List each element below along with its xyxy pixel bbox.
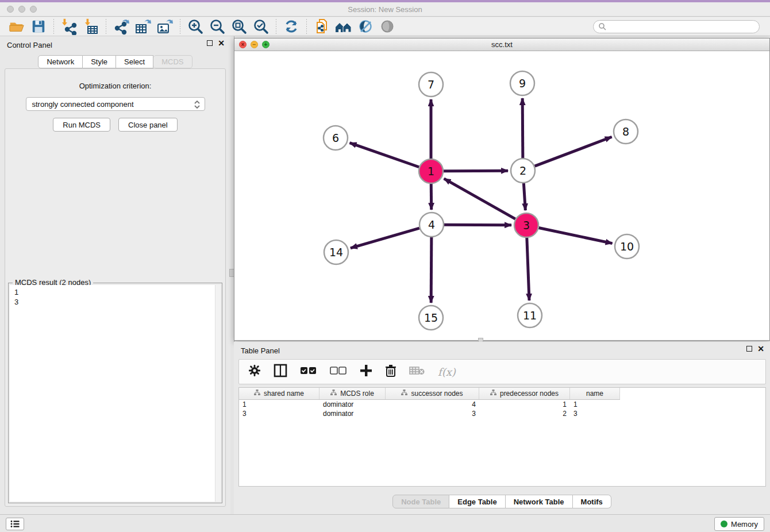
edge-4-15[interactable] xyxy=(431,237,432,303)
edge-4-3[interactable] xyxy=(444,225,511,225)
zoom-fit-button[interactable] xyxy=(228,18,250,35)
export-network-button[interactable] xyxy=(110,18,132,35)
node-11[interactable]: 11 xyxy=(518,303,542,327)
node-10[interactable]: 10 xyxy=(615,234,639,259)
tab-style[interactable]: Style xyxy=(83,55,116,68)
close-table-panel-icon[interactable]: ✕ xyxy=(757,346,764,352)
zoom-out-button[interactable] xyxy=(206,18,228,35)
column-header-MCDS-role[interactable]: MCDS role xyxy=(319,388,386,399)
table-row[interactable]: 3dominator323 xyxy=(239,409,765,418)
node-7[interactable]: 7 xyxy=(419,72,443,97)
edge-2-9[interactable] xyxy=(522,98,523,158)
node-8[interactable]: 8 xyxy=(614,119,638,144)
add-row-button[interactable] xyxy=(360,364,372,379)
tab-network[interactable]: Network xyxy=(38,55,83,68)
edge-1-2[interactable] xyxy=(444,171,508,171)
node-9[interactable]: 9 xyxy=(510,71,534,95)
table-settings-button[interactable] xyxy=(248,364,261,379)
edge-3-10[interactable] xyxy=(539,228,613,244)
table-cell[interactable]: 3 xyxy=(239,410,319,418)
run-mcds-button[interactable]: Run MCDS xyxy=(53,118,110,132)
zoom-in-button[interactable] xyxy=(184,18,206,35)
column-header-name[interactable]: name xyxy=(570,388,620,399)
function-builder-button[interactable]: f(x) xyxy=(438,366,456,378)
node-6[interactable]: 6 xyxy=(324,126,348,150)
node-14[interactable]: 14 xyxy=(324,240,348,264)
tab-edge-table[interactable]: Edge Table xyxy=(449,495,505,508)
column-header-successor-nodes[interactable]: successor nodes xyxy=(386,388,479,399)
table-cell[interactable]: dominator xyxy=(319,410,386,418)
node-3[interactable]: 3 xyxy=(514,213,538,237)
export-network-icon xyxy=(113,18,130,35)
delete-row-button[interactable] xyxy=(385,364,396,380)
zoom-selected-button[interactable] xyxy=(250,18,272,35)
table-row[interactable]: 1dominator411 xyxy=(239,400,765,409)
edge-3-11[interactable] xyxy=(527,238,529,300)
refresh-view-button[interactable] xyxy=(280,18,302,35)
open-file-button[interactable] xyxy=(6,18,28,35)
optimization-select[interactable]: strongly connected component xyxy=(26,97,205,111)
table-cell[interactable]: 4 xyxy=(386,400,479,408)
column-header-shared-name[interactable]: shared name xyxy=(239,388,319,399)
tab-node-table[interactable]: Node Table xyxy=(392,495,449,508)
unchecked-boxes-icon xyxy=(330,366,347,375)
node-label: 3 xyxy=(523,219,530,232)
export-image-button[interactable] xyxy=(154,18,176,35)
deselect-all-button[interactable] xyxy=(330,366,347,377)
table-cell[interactable]: 1 xyxy=(479,400,570,408)
tab-mcds[interactable]: MCDS xyxy=(153,55,192,68)
plus-icon xyxy=(360,364,372,377)
export-table-button[interactable] xyxy=(132,18,154,35)
network-titlebar[interactable]: × − + scc.txt xyxy=(234,38,769,51)
toggle-columns-button[interactable] xyxy=(274,364,287,380)
memory-button[interactable]: Memory xyxy=(714,517,764,531)
tab-network-table[interactable]: Network Table xyxy=(506,495,573,508)
close-panel-icon[interactable]: ✕ xyxy=(218,40,225,46)
node-15[interactable]: 15 xyxy=(419,306,443,330)
delete-table-button[interactable] xyxy=(409,365,425,378)
hierarchy-icon xyxy=(254,390,260,398)
gear-icon xyxy=(248,364,261,377)
node-1[interactable]: 1 xyxy=(419,159,443,183)
table-cell[interactable]: 1 xyxy=(570,400,620,408)
select-all-button[interactable] xyxy=(300,366,317,377)
mcds-result-textarea[interactable]: 1 3 xyxy=(10,285,215,502)
edge-2-3[interactable] xyxy=(523,183,525,210)
result-scrollbar[interactable] xyxy=(215,285,221,502)
table-cell[interactable]: dominator xyxy=(319,400,386,408)
table-cell[interactable]: 3 xyxy=(386,410,479,418)
show-hide-view-button[interactable] xyxy=(376,18,398,35)
network-canvas[interactable]: 7968124314101511 xyxy=(234,51,769,340)
network-overview-button[interactable] xyxy=(333,18,355,35)
node-label: 4 xyxy=(428,218,435,231)
search-input[interactable] xyxy=(593,20,760,33)
node-label: 9 xyxy=(519,77,526,90)
main-toolbar xyxy=(0,17,770,36)
tab-select[interactable]: Select xyxy=(116,55,153,68)
edge-2-8[interactable] xyxy=(535,137,612,166)
table-cell[interactable]: 1 xyxy=(239,400,319,408)
edge-4-14[interactable] xyxy=(351,228,419,248)
save-session-button[interactable] xyxy=(28,18,49,35)
clone-network-button[interactable] xyxy=(311,18,333,35)
node-4[interactable]: 4 xyxy=(419,213,444,237)
style-toggle-button[interactable] xyxy=(355,18,376,35)
node-2[interactable]: 2 xyxy=(511,159,535,183)
tab-motifs[interactable]: Motifs xyxy=(573,495,611,508)
close-panel-button[interactable]: Close panel xyxy=(118,118,178,132)
node-table[interactable]: shared nameMCDS rolesuccessor nodesprede… xyxy=(238,387,766,487)
edge-1-6[interactable] xyxy=(350,143,419,167)
task-history-button[interactable] xyxy=(6,518,24,530)
hierarchy-icon xyxy=(330,390,337,398)
column-header-predecessor-nodes[interactable]: predecessor nodes xyxy=(479,388,570,399)
table-cell[interactable]: 2 xyxy=(479,410,570,418)
control-panel-tabs: NetworkStyleSelectMCDS xyxy=(0,55,230,68)
float-panel-icon[interactable] xyxy=(207,40,213,46)
node-label: 7 xyxy=(428,78,434,91)
float-table-panel-icon[interactable] xyxy=(746,346,752,352)
table-cell[interactable]: 3 xyxy=(570,410,620,418)
import-table-button[interactable] xyxy=(80,18,102,35)
column-label: predecessor nodes xyxy=(500,390,559,398)
import-network-button[interactable] xyxy=(58,18,80,35)
edge-3-1[interactable] xyxy=(444,179,515,219)
